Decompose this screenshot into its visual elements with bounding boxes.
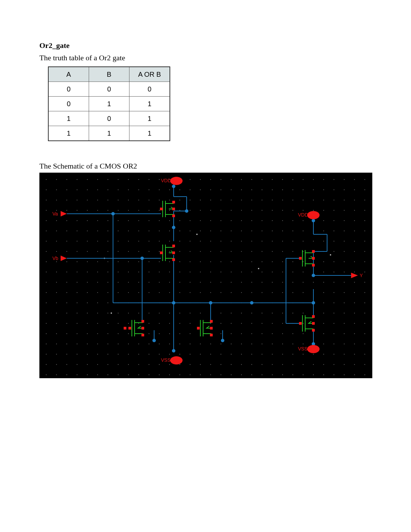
svg-point-527 (190, 344, 190, 344)
svg-point-355 (66, 292, 67, 293)
svg-point-458 (138, 323, 139, 324)
svg-point-167 (108, 231, 108, 231)
svg-point-204 (159, 241, 160, 242)
svg-point-15 (190, 179, 190, 180)
svg-point-616 (118, 374, 119, 375)
svg-point-358 (97, 292, 98, 293)
svg-point-359 (108, 292, 108, 293)
svg-point-297 (128, 272, 129, 272)
svg-point-216 (282, 241, 283, 242)
svg-point-99 (66, 210, 67, 211)
svg-point-176 (200, 231, 201, 231)
svg-point-580 (77, 364, 77, 365)
svg-point-384 (364, 292, 365, 293)
svg-point-74 (138, 200, 139, 200)
svg-point-451 (66, 323, 67, 324)
svg-point-280 (282, 261, 283, 262)
svg-point-513 (46, 344, 47, 344)
svg-point-120 (282, 210, 283, 211)
svg-point-32 (364, 179, 365, 180)
svg-point-631 (272, 374, 273, 375)
svg-point-281 (292, 261, 293, 262)
svg-point-608 (364, 364, 365, 365)
svg-rect-721 (312, 322, 315, 325)
svg-point-469 (251, 323, 252, 324)
svg-point-98 (56, 210, 57, 211)
svg-point-118 (262, 210, 262, 211)
svg-point-505 (292, 333, 293, 334)
svg-point-42 (138, 189, 139, 190)
svg-point-27 (313, 179, 314, 180)
svg-point-431 (190, 313, 190, 313)
svg-point-547 (66, 354, 67, 355)
svg-point-472 (282, 323, 283, 324)
svg-point-43 (149, 189, 149, 190)
svg-point-164 (77, 231, 77, 231)
svg-point-553 (128, 354, 129, 355)
svg-point-299 (149, 272, 149, 272)
svg-point-375 (272, 292, 273, 293)
svg-point-314 (303, 272, 303, 272)
svg-point-312 (282, 272, 283, 272)
svg-point-484 (77, 333, 77, 334)
svg-point-173 (169, 231, 170, 231)
svg-point-49 (210, 189, 211, 190)
svg-point-225 (46, 251, 47, 252)
svg-point-554 (138, 354, 139, 355)
svg-point-437 (251, 313, 252, 313)
svg-point-273 (210, 261, 211, 262)
svg-point-530 (221, 344, 221, 344)
svg-point-71 (108, 200, 108, 200)
svg-point-3 (66, 179, 67, 180)
cell: 1 (129, 111, 170, 126)
svg-point-425 (128, 313, 129, 313)
svg-point-520 (118, 344, 119, 344)
svg-point-430 (179, 313, 180, 313)
svg-point-621 (169, 374, 170, 375)
svg-point-509 (334, 333, 334, 334)
svg-point-76 (159, 200, 160, 200)
svg-rect-713 (210, 327, 213, 330)
svg-point-376 (282, 292, 283, 293)
svg-point-152 (282, 220, 283, 221)
svg-point-195 (66, 241, 67, 242)
cell: 1 (129, 97, 170, 111)
svg-point-263 (108, 261, 108, 262)
svg-point-244 (241, 251, 242, 252)
svg-point-615 (108, 374, 108, 375)
svg-point-70 (97, 200, 98, 200)
svg-point-51 (231, 189, 232, 190)
svg-point-48 (200, 189, 201, 190)
svg-point-613 (87, 374, 88, 375)
svg-point-278 (262, 261, 262, 262)
svg-point-369 (210, 292, 211, 293)
svg-point-316 (323, 272, 324, 272)
svg-point-533 (251, 344, 252, 344)
cell: 1 (89, 126, 129, 141)
svg-point-353 (46, 292, 47, 293)
svg-point-282 (303, 261, 303, 262)
svg-point-54 (262, 189, 262, 190)
svg-point-298 (138, 272, 139, 272)
svg-point-389 (87, 302, 88, 303)
svg-point-377 (292, 292, 293, 293)
svg-point-112 (200, 210, 201, 211)
svg-point-235 (149, 251, 149, 252)
svg-point-145 (210, 220, 211, 221)
svg-point-535 (272, 344, 273, 344)
svg-point-372 (241, 292, 242, 293)
svg-point-269 (169, 261, 170, 262)
svg-point-739 (170, 177, 183, 185)
svg-point-5 (87, 179, 88, 180)
svg-point-429 (169, 313, 170, 313)
svg-point-136 (118, 220, 119, 221)
svg-point-67 (66, 200, 67, 200)
svg-point-56 (282, 189, 283, 190)
svg-point-510 (344, 333, 345, 334)
svg-point-153 (292, 220, 293, 221)
svg-point-335 (190, 282, 190, 283)
svg-point-175 (190, 231, 190, 231)
svg-point-585 (128, 364, 129, 365)
svg-point-201 (128, 241, 129, 242)
svg-point-77 (169, 200, 170, 200)
